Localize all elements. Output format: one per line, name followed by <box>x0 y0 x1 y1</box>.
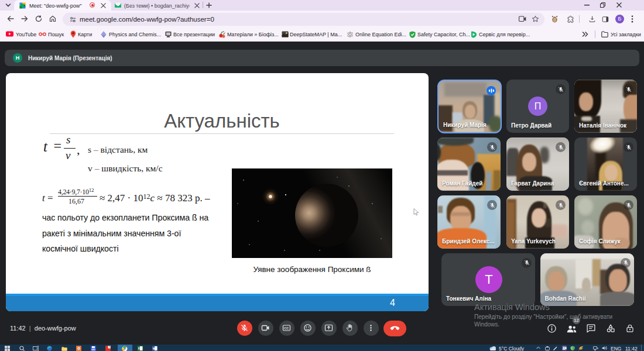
svg-text:CC: CC <box>284 326 289 330</box>
